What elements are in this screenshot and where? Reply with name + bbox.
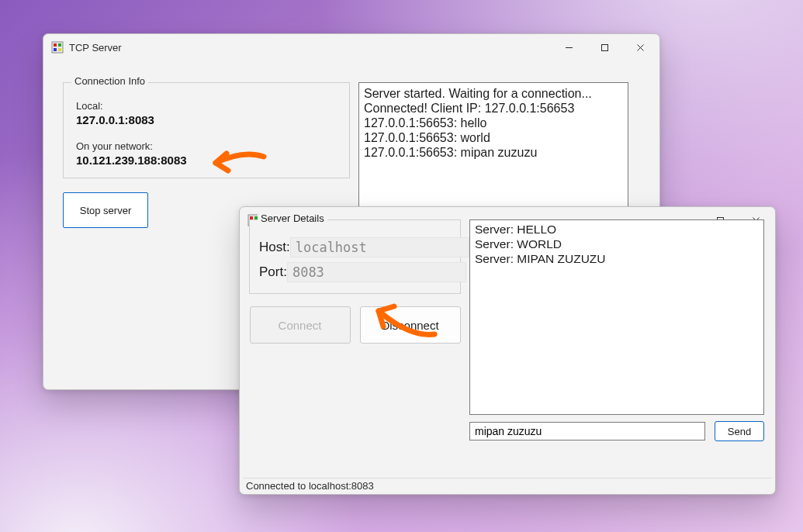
minimize-button[interactable] [551, 35, 587, 60]
send-label: Send [728, 426, 751, 437]
svg-rect-4 [58, 48, 61, 51]
host-input[interactable] [290, 237, 469, 257]
client-statusbar: Connected to localhost:8083 [243, 478, 772, 493]
client-log-textbox[interactable]: Server: HELLO Server: WORLD Server: MIPA… [469, 219, 764, 415]
client-status-text: Connected to localhost:8083 [246, 480, 374, 492]
close-button[interactable] [622, 35, 658, 60]
server-details-group: Server Details Host: Port: [249, 219, 461, 294]
port-input[interactable] [287, 262, 466, 282]
host-label: Host: [259, 240, 290, 255]
server-titlebar[interactable]: TCP Server [43, 34, 659, 60]
port-label: Port: [259, 264, 287, 280]
server-window-title: TCP Server [69, 42, 122, 54]
server-app-icon [51, 41, 64, 54]
message-input[interactable] [469, 422, 705, 440]
network-address: 10.121.239.188:8083 [76, 154, 337, 167]
connect-button[interactable]: Connect [250, 306, 351, 344]
connection-info-group: Connection Info Local: 127.0.0.1:8083 On… [63, 82, 350, 178]
connection-info-legend: Connection Info [71, 75, 148, 87]
local-label: Local: [76, 100, 337, 112]
svg-rect-6 [601, 44, 607, 50]
svg-rect-3 [54, 48, 57, 51]
network-label: On your network: [76, 140, 337, 152]
disconnect-button[interactable]: Disconnect [360, 306, 461, 344]
stop-server-label: Stop server [80, 205, 131, 216]
desktop-background: TCP Server Connection Info Local: 127.0.… [0, 0, 803, 532]
disconnect-label: Disconnect [381, 319, 438, 332]
svg-rect-1 [54, 43, 57, 47]
stop-server-button[interactable]: Stop server [63, 192, 148, 228]
maximize-button[interactable] [587, 35, 622, 60]
server-details-legend: Server Details [258, 212, 327, 224]
local-address: 127.0.0.1:8083 [76, 113, 337, 126]
send-button[interactable]: Send [715, 421, 764, 441]
connect-label: Connect [279, 319, 322, 332]
tcp-client-window: TCP Client Server Details Host: [239, 206, 776, 495]
svg-rect-2 [58, 43, 61, 47]
